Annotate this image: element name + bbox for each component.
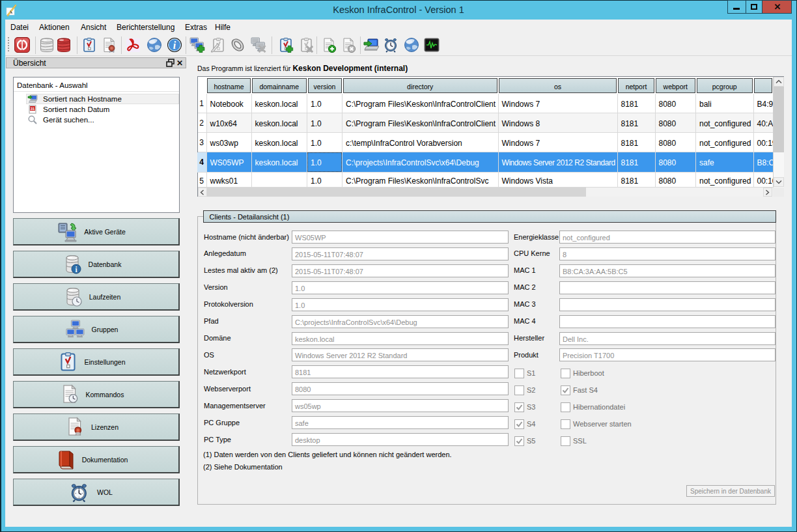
svg-text:31: 31 [31,107,35,111]
svg-text:i: i [173,40,176,51]
